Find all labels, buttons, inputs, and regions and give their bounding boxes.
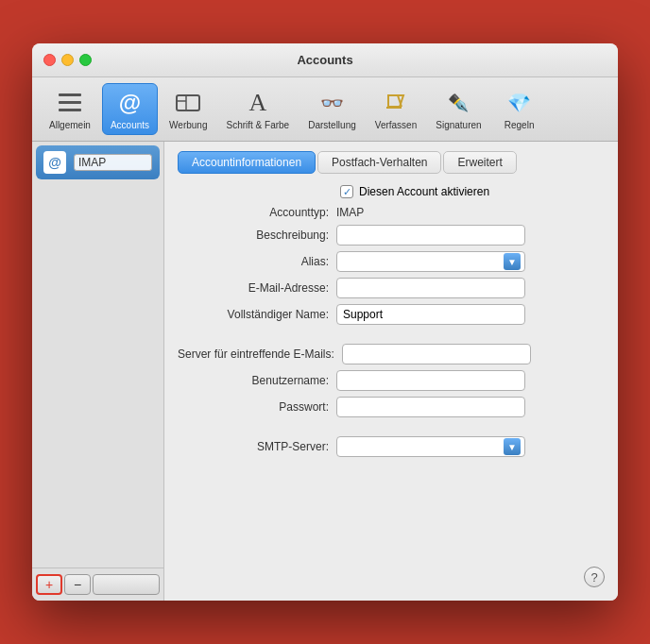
form-row-email: E-Mail-Adresse: <box>178 278 605 298</box>
toolbar-item-schrift-farbe[interactable]: A Schrift & Farbe <box>218 84 297 134</box>
account-name-input[interactable] <box>74 154 152 171</box>
svg-rect-3 <box>177 95 199 110</box>
signaturen-icon: ✒️ <box>443 88 473 118</box>
sidebar: @ + − <box>32 142 164 601</box>
tab-postfach-verhalten[interactable]: Postfach-Verhalten <box>317 151 441 174</box>
add-account-button[interactable]: + <box>36 574 62 595</box>
dropdown-smtp[interactable]: ▼ <box>336 436 525 457</box>
window-title: Accounts <box>297 53 352 67</box>
input-beschreibung[interactable] <box>336 225 525 246</box>
schrift-farbe-icon: A <box>243 88 273 118</box>
label-smtp: SMTP-Server: <box>178 440 329 453</box>
label-email: E-Mail-Adresse: <box>178 281 329 295</box>
darstellung-icon: 👓 <box>316 88 347 118</box>
toolbar-label-werbung: Werbung <box>169 120 207 130</box>
toolbar-item-regeln[interactable]: 💎 Regeln <box>493 84 546 134</box>
toolbar-label-signaturen: Signaturen <box>436 120 481 130</box>
remove-account-button[interactable]: − <box>64 574 91 595</box>
dropdown-alias[interactable]: ▼ <box>336 251 525 272</box>
toolbar: Allgemein @ Accounts Werbung A Schrift &… <box>32 77 618 142</box>
label-username: Benutzername: <box>178 374 329 387</box>
toolbar-item-darstellung[interactable]: 👓 Darstellung <box>300 84 364 134</box>
svg-rect-1 <box>59 101 81 104</box>
sidebar-bottom: + − <box>32 568 163 601</box>
toolbar-label-schrift-farbe: Schrift & Farbe <box>226 120 289 130</box>
form-row-username: Benutzername: <box>178 370 605 391</box>
form-fields: Accounttyp: IMAP Beschreibung: Alias: ▼ <box>178 206 605 457</box>
form-row-fullname: Vollständiger Name: <box>178 304 605 325</box>
toolbar-label-verfassen: Verfassen <box>375 120 417 130</box>
minimize-button[interactable] <box>61 54 74 66</box>
label-alias: Alias: <box>178 255 329 268</box>
help-button[interactable]: ? <box>584 567 605 587</box>
sidebar-account-list: @ <box>32 142 163 568</box>
werbung-icon <box>173 88 203 118</box>
input-password[interactable] <box>336 397 525 417</box>
detail-panel: Accountinformationen Postfach-Verhalten … <box>164 142 618 601</box>
close-button[interactable] <box>43 54 56 66</box>
account-at-icon: @ <box>43 151 66 174</box>
label-password: Passwort: <box>178 400 329 414</box>
smtp-dropdown-arrow: ▼ <box>504 438 521 455</box>
toolbar-label-allgemein: Allgemein <box>49 120 91 130</box>
input-incoming-server[interactable] <box>342 344 531 364</box>
form-row-accounttyp: Accounttyp: IMAP <box>178 206 605 219</box>
toolbar-label-accounts: Accounts <box>111 120 149 130</box>
toolbar-item-allgemein[interactable]: Allgemein <box>42 84 98 134</box>
tab-accountinformationen[interactable]: Accountinformationen <box>178 151 316 174</box>
activate-account-label: Diesen Account aktivieren <box>359 185 489 198</box>
input-fullname[interactable] <box>336 304 525 325</box>
svg-rect-2 <box>59 109 81 111</box>
toolbar-label-regeln: Regeln <box>505 120 535 130</box>
traffic-lights <box>32 54 92 66</box>
main-window: Accounts Allgemein @ Accounts <box>32 43 618 601</box>
title-bar: Accounts <box>32 43 618 77</box>
allgemein-icon <box>55 88 85 118</box>
activate-account-row: ✓ Diesen Account aktivieren <box>178 185 605 198</box>
regeln-icon: 💎 <box>505 88 535 118</box>
form-row-alias: Alias: ▼ <box>178 251 605 272</box>
sidebar-item-imap[interactable]: @ <box>36 145 160 179</box>
form-row-smtp: SMTP-Server: ▼ <box>178 436 605 457</box>
tab-erweitert[interactable]: Erweitert <box>443 151 516 174</box>
form-row-incoming-server: Server für eintreffende E-Mails: <box>178 344 605 364</box>
label-beschreibung: Beschreibung: <box>178 229 329 242</box>
svg-rect-0 <box>59 93 81 96</box>
activate-account-checkbox[interactable]: ✓ <box>340 185 353 198</box>
toolbar-item-werbung[interactable]: Werbung <box>162 84 214 134</box>
maximize-button[interactable] <box>79 54 92 66</box>
toolbar-item-signaturen[interactable]: ✒️ Signaturen <box>428 84 488 134</box>
sidebar-action-dropdown[interactable] <box>93 574 160 595</box>
accounts-icon: @ <box>114 88 145 118</box>
input-username[interactable] <box>336 370 525 391</box>
label-fullname: Vollständiger Name: <box>178 308 329 321</box>
main-content: @ + − Accountinformationen Postfach-Verh… <box>32 142 618 601</box>
alias-dropdown-arrow: ▼ <box>504 253 521 270</box>
label-incoming-server: Server für eintreffende E-Mails: <box>178 347 334 361</box>
toolbar-item-accounts[interactable]: @ Accounts <box>102 83 158 135</box>
label-accounttyp: Accounttyp: <box>178 206 329 219</box>
verfassen-icon <box>381 88 411 118</box>
sub-tabs: Accountinformationen Postfach-Verhalten … <box>178 151 605 174</box>
input-email[interactable] <box>336 278 525 298</box>
value-accounttyp: IMAP <box>336 206 364 219</box>
toolbar-item-verfassen[interactable]: Verfassen <box>368 84 424 134</box>
toolbar-label-darstellung: Darstellung <box>308 120 356 130</box>
form-row-beschreibung: Beschreibung: <box>178 225 605 246</box>
form-row-password: Passwort: <box>178 397 605 417</box>
